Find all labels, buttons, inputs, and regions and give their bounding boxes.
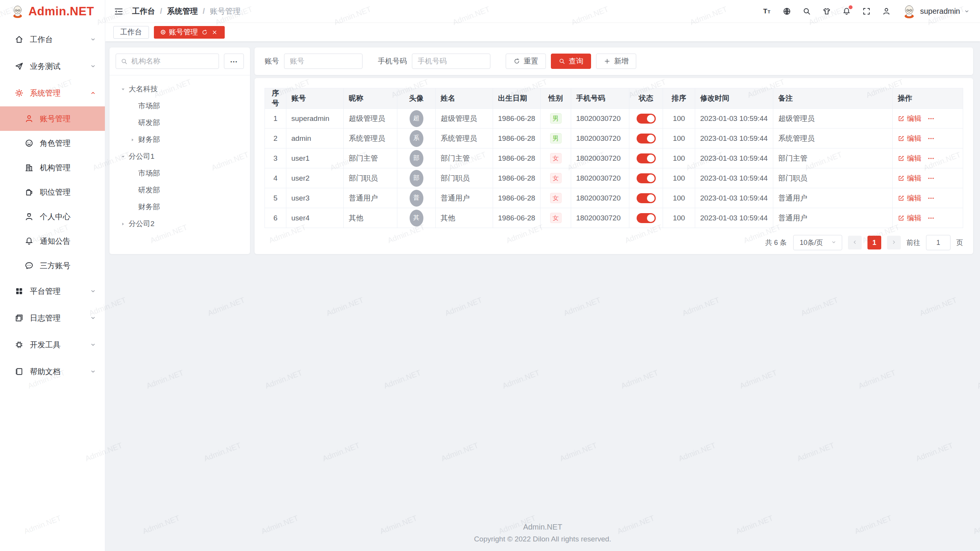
sidebar-subitem-org-management[interactable]: 机构管理	[0, 155, 105, 180]
sex-tag: 女	[550, 213, 562, 223]
tree-node-label: 大名科技	[129, 84, 158, 94]
tree-expand-icon[interactable]	[120, 86, 129, 93]
search-icon[interactable]	[802, 7, 811, 16]
goto-page-input[interactable]	[926, 235, 951, 250]
page-number-button[interactable]: 1	[867, 236, 881, 249]
sidebar-item-label: 工作台	[30, 34, 90, 45]
column-header: 序号	[265, 88, 286, 109]
sidebar-item-help-docs[interactable]: 帮助文档	[0, 358, 105, 385]
watermark-text: Admin.NET	[145, 368, 185, 390]
cell-status	[629, 168, 663, 188]
status-toggle[interactable]	[637, 193, 656, 203]
status-toggle[interactable]	[637, 153, 656, 163]
tab-账号管理[interactable]: 账号管理	[154, 26, 225, 39]
tree-node[interactable]: 财务部	[109, 131, 250, 148]
more-actions-button[interactable]	[927, 135, 935, 142]
tab-工作台[interactable]: 工作台	[113, 26, 149, 39]
chevron-down-icon	[90, 288, 96, 295]
fullscreen-icon[interactable]	[862, 7, 871, 16]
sex-tag: 女	[550, 173, 562, 183]
tree-node[interactable]: 分公司1	[109, 148, 250, 165]
tree-expand-icon[interactable]	[130, 136, 138, 143]
chevron-down-icon	[90, 315, 96, 321]
chat-icon	[24, 261, 34, 270]
tree-node-label: 市场部	[138, 168, 160, 178]
tree-expand-icon[interactable]	[120, 220, 129, 227]
accounts-table: 序号账号昵称头像姓名出生日期性别手机号码状态排序修改时间备注操作 1supera…	[265, 88, 963, 228]
more-actions-button[interactable]	[927, 115, 935, 122]
sidebar-subitem-notice-announcement[interactable]: 通知公告	[0, 229, 105, 253]
add-button[interactable]: 新增	[596, 54, 636, 69]
search-icon	[559, 58, 565, 65]
user-menu[interactable]: superadmin	[902, 4, 970, 19]
edit-button[interactable]: 编辑	[898, 193, 921, 203]
more-actions-button[interactable]	[927, 174, 935, 182]
status-toggle[interactable]	[637, 213, 656, 223]
more-actions-button[interactable]	[927, 194, 935, 202]
tree-node[interactable]: 研发部	[109, 114, 250, 131]
sidebar-item-dev-tools[interactable]: 开发工具	[0, 331, 105, 358]
language-icon[interactable]	[782, 7, 791, 16]
font-size-icon[interactable]: TT	[763, 7, 771, 16]
tree-node[interactable]: 分公司2	[109, 215, 250, 232]
tree-node[interactable]: 研发部	[109, 182, 250, 199]
breadcrumb-item[interactable]: 工作台	[132, 6, 155, 16]
account-input[interactable]	[284, 54, 363, 69]
sidebar-subitem-role-management[interactable]: 角色管理	[0, 131, 105, 155]
tree-node[interactable]: 市场部	[109, 98, 250, 114]
sidebar-subitem-personal-center[interactable]: 个人中心	[0, 204, 105, 229]
sidebar-subitem-account-management[interactable]: 账号管理	[0, 106, 105, 131]
edit-button[interactable]: 编辑	[898, 114, 921, 124]
org-search-input[interactable]	[131, 57, 214, 65]
status-toggle[interactable]	[637, 114, 656, 124]
cell-phone: 18020030720	[571, 168, 629, 188]
edit-button[interactable]: 编辑	[898, 134, 921, 143]
menu-fold-icon[interactable]	[114, 7, 124, 16]
sidebar-item-log-management[interactable]: 日志管理	[0, 305, 105, 331]
sidebar-subitem-third-party-account[interactable]: 三方账号	[0, 253, 105, 278]
phone-input[interactable]	[412, 54, 490, 69]
more-actions-button[interactable]	[927, 214, 935, 222]
sidebar-item-business-test[interactable]: 业务测试	[0, 53, 105, 80]
theme-icon[interactable]	[822, 7, 831, 16]
org-more-button[interactable]: ...	[224, 54, 244, 69]
sidebar-subitem-label: 机构管理	[40, 163, 96, 173]
reset-button[interactable]: 重置	[506, 54, 546, 69]
app-logo[interactable]: Admin.NET	[0, 0, 105, 23]
svg-text:T: T	[763, 7, 768, 15]
sidebar-subitem-position-management[interactable]: 职位管理	[0, 180, 105, 204]
page-size-select[interactable]: 10条/页	[793, 235, 842, 250]
more-icon	[927, 174, 935, 182]
status-toggle[interactable]	[637, 134, 656, 143]
watermark-text: Admin.NET	[857, 368, 897, 390]
edit-button[interactable]: 编辑	[898, 173, 921, 183]
notification-icon[interactable]	[842, 7, 851, 16]
top-navbar: 工作台/系统管理/账号管理 TTsuperadmin	[105, 0, 980, 23]
more-icon	[927, 214, 935, 222]
sidebar-item-system-management[interactable]: 系统管理	[0, 80, 105, 106]
status-toggle[interactable]	[637, 173, 656, 183]
sidebar-item-workbench[interactable]: 工作台	[0, 26, 105, 53]
chevron-down-icon	[90, 368, 96, 375]
prev-page-button[interactable]	[848, 236, 862, 249]
tree-node[interactable]: 大名科技	[109, 81, 250, 98]
tree-expand-icon[interactable]	[120, 153, 129, 160]
language-icon	[782, 7, 791, 16]
sex-tag: 女	[550, 153, 562, 163]
cell-modify-time: 2023-01-03 10:59:44	[695, 129, 773, 148]
breadcrumb-item[interactable]: 系统管理	[167, 6, 198, 16]
edit-button[interactable]: 编辑	[898, 213, 921, 223]
more-actions-button[interactable]	[927, 155, 935, 162]
cell-status	[629, 148, 663, 168]
chevron-down-icon	[830, 239, 837, 246]
tree-node[interactable]: 财务部	[109, 199, 250, 215]
cell-modify-time: 2023-01-03 10:59:44	[695, 168, 773, 188]
next-page-button[interactable]	[887, 236, 901, 249]
sidebar-item-platform-management[interactable]: 平台管理	[0, 278, 105, 305]
cell-sort: 100	[663, 109, 695, 129]
query-button[interactable]: 查询	[551, 54, 591, 69]
edit-button[interactable]: 编辑	[898, 153, 921, 163]
tree-node[interactable]: 市场部	[109, 165, 250, 182]
gear-icon	[15, 88, 24, 98]
profile-icon[interactable]	[882, 7, 891, 16]
